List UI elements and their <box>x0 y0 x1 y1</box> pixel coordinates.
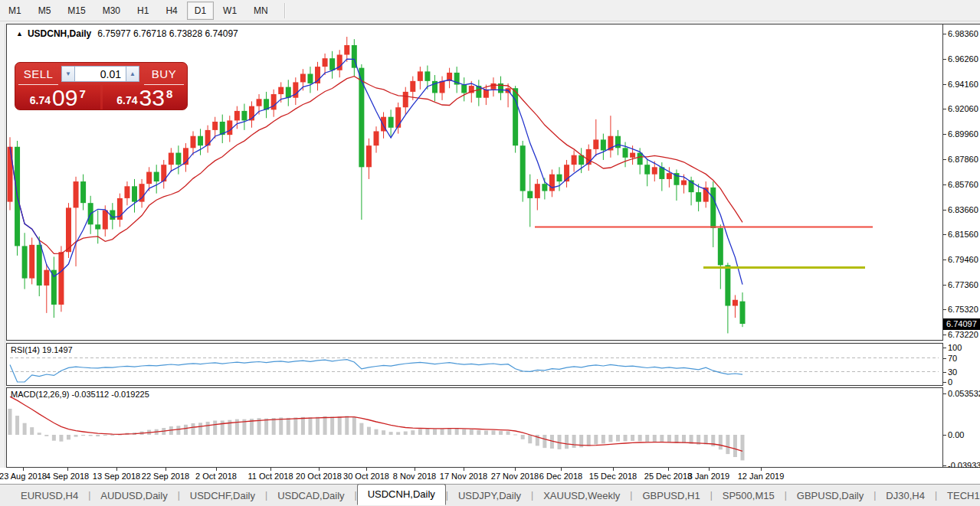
macd-histogram-bar <box>176 426 180 435</box>
macd-histogram-bar <box>367 427 371 435</box>
macd-histogram-bar <box>667 435 671 442</box>
lot-increase-button[interactable]: ▲ <box>126 66 139 82</box>
chart-tab-usdjpy[interactable]: USDJPY,Daily <box>448 487 531 504</box>
time-axis[interactable]: 23 Aug 20184 Sep 201813 Sep 201822 Sep 2… <box>0 468 980 484</box>
candle <box>418 67 423 90</box>
macd-indicator-panel[interactable]: MACD(12,26,9) -0.035112 -0.019225 <box>6 387 943 468</box>
axis-tick <box>943 109 946 109</box>
candle <box>549 169 555 197</box>
price-chart-panel[interactable]: ▲USDCNH,Daily6.75977 6.76718 6.73828 6.7… <box>6 24 943 341</box>
sell-price-box[interactable]: 6.74 09 7 <box>15 85 100 110</box>
timeframe-button-d1[interactable]: D1 <box>187 2 214 20</box>
buy-price-pips: 33 <box>139 87 165 109</box>
macd-histogram-bar <box>594 435 598 445</box>
time-axis-tick <box>216 468 217 471</box>
macd-axis-label: 0.00 <box>948 430 964 439</box>
candle <box>241 104 247 130</box>
macd-histogram-bar <box>616 435 620 442</box>
axis-tick <box>943 34 946 34</box>
macd-histogram-bar <box>272 418 276 435</box>
time-axis-tick <box>515 468 516 471</box>
macd-histogram-bar <box>441 429 444 435</box>
time-axis-date: 3 Jan 2019 <box>688 472 729 481</box>
chart-tab-eurusd[interactable]: EURUSD,H4 <box>11 487 88 504</box>
macd-histogram-bar <box>287 418 290 435</box>
rsi-axis-label: 30 <box>948 367 957 377</box>
macd-histogram-bar <box>601 435 605 443</box>
candle <box>615 130 621 155</box>
macd-histogram-bar <box>8 409 12 435</box>
candle <box>198 129 203 155</box>
time-axis-date: 13 Sep 2018 <box>93 472 140 481</box>
sell-price-major: 6.74 <box>30 94 51 106</box>
macd-histogram-bar <box>631 435 634 441</box>
candle <box>154 165 159 193</box>
macd-histogram-bar <box>52 435 56 441</box>
timeframe-button-m30[interactable]: M30 <box>95 2 128 20</box>
macd-histogram-bar <box>733 435 737 457</box>
time-axis-date: 27 Nov 2018 <box>491 472 539 481</box>
chart-tab-gbpusd[interactable]: GBPUSD,Daily <box>787 487 873 504</box>
rsi-axis-label: 0 <box>948 377 952 387</box>
chart-tab-xauusd[interactable]: XAUUSD,Weekly <box>533 487 630 504</box>
chart-symbol: USDCNH,Daily <box>28 28 91 39</box>
buy-price-box[interactable]: 6.74 33 8 <box>103 85 188 110</box>
candle <box>58 246 64 312</box>
candle <box>264 92 269 118</box>
chart-tab-usdchf[interactable]: USDCHF,Daily <box>180 487 265 504</box>
axis-tick <box>943 435 946 436</box>
timeframe-button-mn[interactable]: MN <box>246 2 276 20</box>
timeframe-button-h4[interactable]: H4 <box>158 2 185 20</box>
candle <box>169 148 174 171</box>
candle <box>191 131 196 155</box>
candle <box>132 179 137 213</box>
time-axis-date: 22 Sep 2018 <box>142 472 189 481</box>
macd-histogram-bar <box>198 423 202 435</box>
macd-histogram-bar <box>110 435 114 436</box>
timeframe-button-m1[interactable]: M1 <box>1 2 29 20</box>
axis-tick <box>943 372 946 373</box>
time-axis-tick <box>464 468 464 471</box>
candle <box>44 264 49 313</box>
timeframe-button-w1[interactable]: W1 <box>215 2 244 20</box>
candle <box>733 295 738 318</box>
time-axis-tick <box>668 468 669 471</box>
chart-tab-sp500[interactable]: SP500,M15 <box>713 487 785 504</box>
macd-histogram-bar <box>23 423 27 435</box>
rsi-indicator-panel[interactable]: RSI(14) 19.1497 <box>6 343 943 386</box>
price-axis-label: 6.81560 <box>948 230 978 239</box>
lot-decrease-button[interactable]: ▼ <box>61 66 75 82</box>
lot-size-input[interactable]: 0.01 <box>75 66 126 82</box>
candle <box>95 211 100 244</box>
time-axis-tick <box>561 468 562 471</box>
timeframe-button-m5[interactable]: M5 <box>31 2 59 20</box>
candle <box>557 167 562 191</box>
candle <box>205 126 211 153</box>
chart-tab-usdcad[interactable]: USDCAD,Daily <box>267 487 354 504</box>
buy-button[interactable]: BUY <box>144 63 184 85</box>
time-axis-tick <box>415 468 415 471</box>
time-axis-date: 25 Dec 2018 <box>644 472 692 481</box>
macd-histogram-bar <box>103 435 107 436</box>
sell-button[interactable]: SELL <box>18 63 58 85</box>
chart-tab-audusd[interactable]: AUDUSD,Daily <box>90 487 177 504</box>
time-axis-tick <box>67 468 68 471</box>
price-axis-label: 6.75320 <box>948 305 978 314</box>
macd-histogram-bar <box>660 435 664 442</box>
candle <box>329 51 335 79</box>
candle <box>271 90 277 117</box>
macd-histogram-bar <box>542 435 546 448</box>
chart-tab-gbpusd[interactable]: GBPUSD,H1 <box>632 487 710 504</box>
timeframe-button-h1[interactable]: H1 <box>129 2 156 20</box>
price-axis[interactable]: 6.74097 6.983606.962606.941606.920606.89… <box>943 24 980 468</box>
candle <box>22 233 28 289</box>
chart-tab-dj30[interactable]: DJ30,H4 <box>876 487 935 504</box>
macd-histogram-bar <box>44 435 48 436</box>
collapse-triangle-icon[interactable]: ▲ <box>16 30 23 38</box>
candle <box>740 292 746 327</box>
timeframe-button-m15[interactable]: M15 <box>60 2 93 20</box>
axis-tick <box>943 465 946 466</box>
chart-tab-tech100[interactable]: TECH100,H1 <box>937 487 980 504</box>
time-axis-tick <box>319 468 320 471</box>
chart-tab-usdcnh[interactable]: USDCNH,Daily <box>357 484 446 505</box>
